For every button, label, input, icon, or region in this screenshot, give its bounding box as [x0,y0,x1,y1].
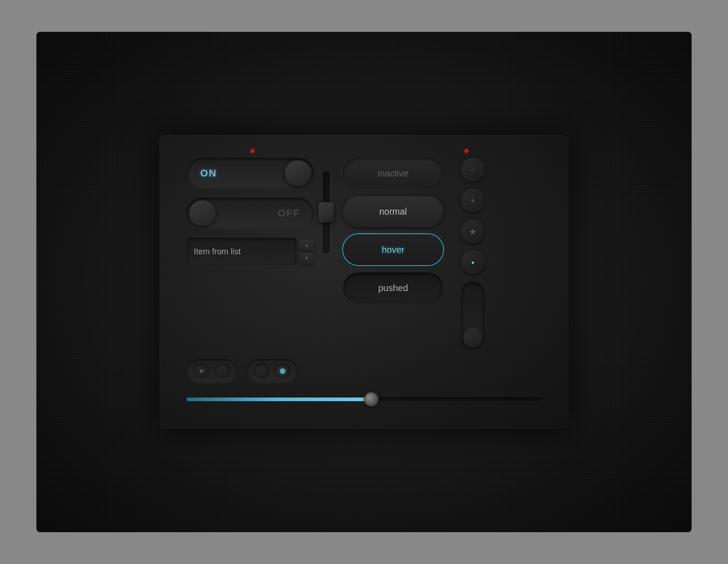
radio-group [187,359,238,383]
circle-icon: ● [471,259,474,266]
inactive-button[interactable]: inactive [343,158,443,189]
horizontal-slider-thumb[interactable] [365,393,378,406]
checkbox-group [247,359,298,383]
normal-button[interactable]: normal [343,196,443,227]
radio-x-item[interactable] [194,363,209,379]
pushed-button[interactable]: pushed [343,272,443,303]
toggle-on-thumb [285,161,311,186]
toggles-column: ON OFF Item from list [187,158,314,265]
horizontal-slider-fill [187,398,371,401]
spinner-up-button[interactable]: ▲ [299,239,314,251]
vertical-slider-thumb[interactable] [318,202,334,222]
circle-button[interactable]: ● [461,251,485,274]
spinner-down-button[interactable]: ▼ [299,252,314,264]
spinner-wrap: Item from list ▲ ▼ [187,238,314,265]
vertical-toggle[interactable] [461,282,485,350]
spinner-input[interactable]: Item from list [187,238,297,265]
vertical-toggle-thumb [463,328,482,347]
spinner-value: Item from list [194,247,241,257]
toggle-on-label: ON [200,167,285,179]
plus-button[interactable]: + [461,189,485,212]
ui-panel: ON OFF Item from list [159,135,569,429]
star-button[interactable]: ★ [461,220,485,243]
toggle-off[interactable]: OFF [187,198,314,229]
red-dot-1 [250,149,255,153]
star-icon: ★ [469,226,477,237]
radio-plain-item[interactable] [215,363,230,379]
up-arrow-icon: ▲ [304,242,309,247]
side-buttons-column: − + ★ ● [457,158,489,350]
main-layout: ON OFF Item from list [187,158,541,350]
spinner-buttons: ▲ ▼ [299,239,314,264]
toggle-off-thumb [189,201,216,226]
left-section: ON OFF Item from list [187,158,329,267]
vertical-slider-track[interactable] [323,171,329,253]
plus-icon: + [470,196,475,206]
minus-icon: − [470,165,475,175]
red-dot-2 [464,149,469,153]
minus-button[interactable]: − [461,158,485,181]
horizontal-slider-track[interactable] [187,398,541,401]
toggle-off-label: OFF [216,207,300,219]
outer-panel: ON OFF Item from list [36,32,692,532]
checkbox-active-item[interactable] [275,363,290,379]
bottom-left-section [187,359,541,406]
toggle-on[interactable]: ON [187,158,314,189]
controls-row [187,359,541,383]
bottom-row [187,359,541,406]
vertical-slider-column [323,158,329,267]
checkbox-empty-item[interactable] [254,363,269,379]
down-arrow-icon: ▼ [304,256,309,261]
horizontal-slider-wrap [187,393,541,406]
hover-button[interactable]: hover [343,234,443,265]
buttons-column: inactive normal hover pushed [343,158,443,303]
